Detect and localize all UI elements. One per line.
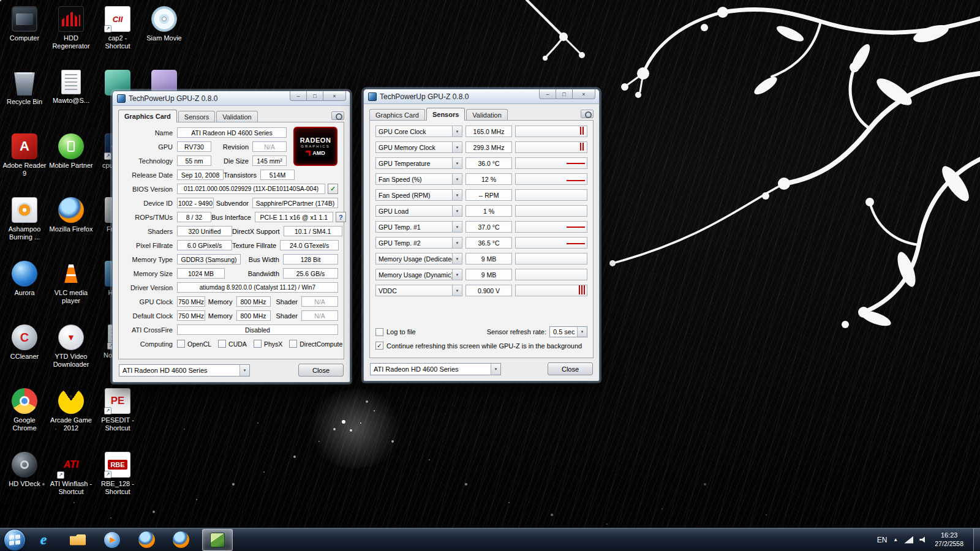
- desktop-icon[interactable]: ↗ Recycle Bin: [1, 66, 48, 130]
- cuda-checkbox[interactable]: [218, 340, 226, 348]
- sensor-name-dropdown[interactable]: GPU Core Clock ▼: [375, 126, 462, 137]
- taskbar-gpuz-icon[interactable]: [202, 529, 233, 551]
- sensor-value: 9 MB: [466, 253, 512, 264]
- revision-value: N/A: [252, 141, 287, 152]
- desktop-icon-image: ↗: [58, 6, 84, 32]
- sensor-name-dropdown[interactable]: Memory Usage (Dynamic) ▼: [375, 269, 462, 280]
- desktop-icon[interactable]: CII ↗ cap2 - Shortcut: [94, 2, 141, 66]
- taskbar-app-glyph: [210, 533, 225, 547]
- desktop-icon-image: ↗: [58, 388, 84, 414]
- sensor-name-dropdown[interactable]: GPU Temperature ▼: [375, 157, 462, 169]
- taskbar-wmp-icon[interactable]: ▶: [99, 529, 125, 551]
- taskbar-firefox-2-icon[interactable]: [168, 529, 194, 551]
- sensor-graph: [515, 285, 587, 296]
- desktop-icon[interactable]: C ↗ CCleaner: [1, 321, 48, 384]
- sensor-name-dropdown[interactable]: Memory Usage (Dedicated) ▼: [375, 253, 462, 264]
- desktop-icon[interactable]: ↗ Computer: [1, 2, 48, 66]
- language-indicator[interactable]: EN: [877, 536, 888, 544]
- minimize-button[interactable]: –: [539, 89, 556, 99]
- tab-sensors[interactable]: Sensors: [426, 108, 465, 121]
- chevron-down-icon: ▼: [452, 253, 462, 264]
- close-button[interactable]: Close: [298, 364, 344, 377]
- close-button[interactable]: Close: [548, 362, 593, 375]
- minimize-button[interactable]: –: [290, 91, 307, 101]
- driver-version-value: atiumdag 8.920.0.0 (Catalyst 11.12) / Wi…: [177, 282, 338, 293]
- desktop-icon[interactable]: RBE ↗ RBE_128 - Shortcut: [94, 448, 141, 512]
- graphics-card-select[interactable]: ATI Radeon HD 4600 Series ▼: [119, 364, 250, 377]
- desktop-icon-glyph: C: [20, 331, 29, 345]
- desktop-icon[interactable]: ↗ Siam Movie: [141, 2, 187, 66]
- desktop-icon[interactable]: ↗ Arcade Game 2012: [48, 384, 94, 448]
- chevron-down-icon: ▼: [452, 142, 462, 152]
- sensor-name-dropdown[interactable]: VDDC ▼: [375, 285, 462, 296]
- show-hidden-icons-chevron-icon[interactable]: ▲: [893, 537, 898, 542]
- network-icon[interactable]: [904, 536, 913, 544]
- desktop-icon[interactable]: ↗ Aurora: [1, 257, 48, 321]
- sensor-graph-mark: [579, 285, 585, 294]
- refresh-in-background-checkbox[interactable]: ✓: [375, 342, 383, 350]
- opencl-checkbox[interactable]: [177, 340, 185, 348]
- sensor-row: GPU Temp. #2 ▼ 36.5 °C: [375, 237, 587, 249]
- taskbar-ie-icon[interactable]: e: [31, 529, 56, 551]
- screenshot-camera-icon[interactable]: [581, 110, 594, 118]
- show-desktop-button[interactable]: [973, 528, 980, 551]
- graphics-card-select[interactable]: ATI Radeon HD 4600 Series ▼: [370, 363, 501, 375]
- desktop-icon-label: Recycle Bin: [6, 98, 43, 106]
- desktop-icon[interactable]: ATI ↗ ATI Winflash - Shortcut: [48, 448, 94, 512]
- chevron-down-icon: ▼: [452, 206, 462, 216]
- shortcut-arrow-badge: ↗: [104, 152, 111, 160]
- tab-sensors[interactable]: Sensors: [178, 111, 215, 122]
- volume-icon[interactable]: [919, 536, 929, 544]
- sensor-name-dropdown[interactable]: GPU Memory Clock ▼: [375, 141, 462, 153]
- tab-graphics-card[interactable]: Graphics Card: [118, 110, 177, 122]
- directcompute-checkbox[interactable]: [289, 340, 297, 348]
- log-to-file-checkbox[interactable]: [375, 328, 383, 336]
- close-window-button[interactable]: ×: [323, 91, 346, 101]
- sensor-name-dropdown[interactable]: Fan Speed (%) ▼: [375, 173, 462, 185]
- taskbar-clock[interactable]: 16:23 27/2/2558: [935, 531, 963, 548]
- sensors-panel: GPU Core Clock ▼ 165.0 MHz GPU Memory Cl: [369, 120, 594, 358]
- sensor-list: GPU Core Clock ▼ 165.0 MHz GPU Memory Cl: [375, 126, 587, 301]
- sensor-name-dropdown[interactable]: GPU Temp. #1 ▼: [375, 221, 462, 233]
- desktop-icon[interactable]: ↗ HD VDeck: [1, 448, 48, 512]
- tab-graphics-card[interactable]: Graphics Card: [369, 109, 425, 121]
- desktop-icon-glyph: PE: [111, 395, 125, 407]
- memory-size-value: 1024 MB: [177, 268, 225, 279]
- desktop-icon[interactable]: ↗ Mobile Partner: [48, 130, 94, 193]
- taskbar-explorer-icon[interactable]: [65, 529, 91, 551]
- desktop-icon[interactable]: ▼ ↗ YTD Video Downloader: [48, 321, 94, 384]
- sensor-name-dropdown[interactable]: GPU Temp. #2 ▼: [375, 237, 462, 249]
- die-size-value: 145 mm²: [252, 156, 287, 166]
- titlebar[interactable]: TechPowerUp GPU-Z 0.8.0 – □ ×: [364, 89, 599, 104]
- titlebar[interactable]: TechPowerUp GPU-Z 0.8.0 – □ ×: [113, 91, 350, 106]
- minimize-icon: –: [296, 93, 300, 99]
- gpuz-window-graphics-card: TechPowerUp GPU-Z 0.8.0 – □ × Graphics C…: [112, 91, 350, 383]
- desktop-icon[interactable]: A ↗ Adobe Reader 9: [1, 130, 48, 193]
- restore-button[interactable]: □: [556, 89, 573, 99]
- bios-check-button[interactable]: ✓: [328, 184, 338, 194]
- desktop-icon[interactable]: ↗ VLC media player: [48, 257, 94, 321]
- restore-button[interactable]: □: [306, 91, 323, 101]
- desktop-icon[interactable]: ↗ Ashampoo Burning ...: [1, 193, 48, 257]
- bus-interface-help-button[interactable]: ?: [336, 212, 346, 222]
- sensor-name-dropdown[interactable]: GPU Load ▼: [375, 205, 462, 217]
- minimize-icon: –: [546, 91, 549, 97]
- bus-width-value: 128 Bit: [283, 254, 338, 264]
- desktop-icon[interactable]: ↗ Mozilla Firefox: [48, 193, 94, 257]
- start-button[interactable]: [4, 529, 26, 551]
- desktop-icon[interactable]: ↗ HDD Regenerator: [48, 2, 94, 66]
- desktop-icon[interactable]: ↗ Mawto@S...: [48, 66, 94, 130]
- spec-row: Pixel Fillrate 6.0 GPixel/s Texture Fill…: [124, 240, 338, 250]
- desktop-icon[interactable]: ↗ Google Chrome: [1, 384, 48, 448]
- spec-row: GPU RV730 Revision N/A: [124, 141, 287, 152]
- physx-checkbox[interactable]: [254, 340, 262, 348]
- desktop-icon[interactable]: PE ↗ PESEDIT - Shortcut: [94, 384, 141, 448]
- refresh-rate-select[interactable]: 0.5 sec ▼: [549, 326, 587, 337]
- taskbar-firefox-icon[interactable]: [134, 529, 159, 551]
- screenshot-camera-icon[interactable]: [331, 111, 344, 120]
- subvendor-value: Sapphire/PCPartner (174B): [252, 198, 338, 208]
- tab-validation[interactable]: Validation: [216, 111, 258, 122]
- tab-validation[interactable]: Validation: [466, 109, 508, 121]
- close-window-button[interactable]: ×: [572, 89, 595, 99]
- sensor-name-dropdown[interactable]: Fan Speed (RPM) ▼: [375, 189, 462, 201]
